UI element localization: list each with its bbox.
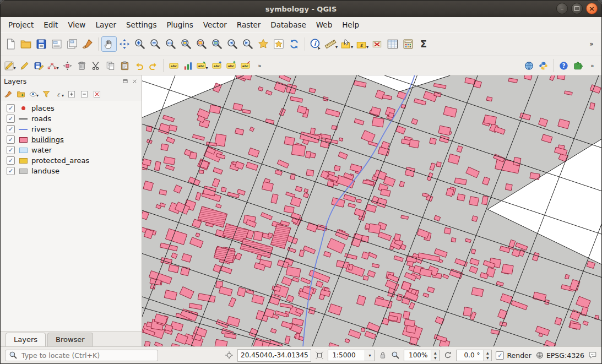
magnifier-spinbox[interactable]: 100% ▲▼ <box>404 350 440 361</box>
menu-settings[interactable]: Settings <box>121 19 161 31</box>
zoom-next[interactable] <box>240 36 256 52</box>
open-attribute-table[interactable] <box>385 36 400 52</box>
filter-by-expression[interactable]: ε▾ <box>53 89 64 100</box>
layer-checkbox[interactable]: ✓ <box>7 125 15 133</box>
manage-map-themes[interactable]: ▾ <box>28 89 39 100</box>
layer-checkbox[interactable]: ✓ <box>7 115 15 123</box>
menu-web[interactable]: Web <box>311 19 337 31</box>
measure[interactable]: ▾ <box>323 36 339 52</box>
move-feature[interactable] <box>60 58 74 73</box>
map-canvas[interactable] <box>142 75 601 346</box>
menu-view[interactable]: View <box>63 19 90 31</box>
chevron-down-icon[interactable]: ▾ <box>351 45 353 51</box>
layer-checkbox[interactable]: ✓ <box>7 104 15 112</box>
render-toggle[interactable]: ✓ Render <box>496 351 532 360</box>
close-button[interactable]: × <box>586 3 598 14</box>
search-input[interactable] <box>20 351 154 360</box>
zoom-in[interactable] <box>132 36 148 52</box>
toolbar-extension[interactable]: » <box>584 36 599 52</box>
move-label[interactable]: abc <box>224 58 238 73</box>
chevron-down-icon[interactable]: ▾ <box>365 350 374 361</box>
chevron-down-icon[interactable]: ▾ <box>56 66 58 72</box>
layer-checkbox[interactable]: ✓ <box>7 167 15 175</box>
open-project[interactable] <box>18 36 34 52</box>
toggle-editing[interactable] <box>17 58 31 73</box>
menu-edit[interactable]: Edit <box>39 19 63 31</box>
layer-checkbox[interactable]: ✓ <box>7 135 15 144</box>
label-toolbar-extension[interactable]: » <box>252 58 267 73</box>
tab-browser[interactable]: Browser <box>47 333 93 346</box>
new-project[interactable] <box>3 36 18 52</box>
spinner-arrows[interactable]: ▲▼ <box>483 350 491 361</box>
menu-database[interactable]: Database <box>265 19 311 31</box>
style-manager[interactable] <box>80 36 95 52</box>
panel-close-icon[interactable] <box>131 78 138 85</box>
statistical-summary[interactable]: Σ <box>416 36 431 52</box>
scale-combo[interactable]: 1:5000 ▾ <box>328 350 375 361</box>
chevron-down-icon[interactable]: ▾ <box>366 45 368 51</box>
identify-features[interactable]: i <box>308 36 323 52</box>
chevron-down-icon[interactable]: ▾ <box>36 93 39 100</box>
menu-raster[interactable]: Raster <box>232 19 266 31</box>
layer-diagram[interactable] <box>181 58 195 73</box>
menu-plugins[interactable]: Plugins <box>161 19 198 31</box>
zoom-out[interactable] <box>148 36 163 52</box>
locator-search[interactable] <box>5 350 158 361</box>
open-layer-styling[interactable] <box>3 89 14 100</box>
metasearch[interactable] <box>522 58 536 73</box>
layer-item-buildings[interactable]: ✓buildings <box>1 134 142 145</box>
chevron-down-icon[interactable]: ▾ <box>335 45 338 51</box>
tab-layers[interactable]: Layers <box>6 333 46 346</box>
current-edits[interactable]: ▾ <box>3 58 17 73</box>
layer-item-protected_areas[interactable]: ✓protected_areas <box>1 155 142 166</box>
zoom-full[interactable] <box>178 36 194 52</box>
remove-layer[interactable] <box>91 89 102 100</box>
zoom-to-selection[interactable] <box>194 36 209 52</box>
new-bookmark[interactable] <box>256 36 271 52</box>
layer-item-landuse[interactable]: ✓landuse <box>1 166 142 176</box>
zoom-native[interactable]: 1:1 <box>163 36 178 52</box>
show-layout-manager[interactable] <box>64 36 80 52</box>
coordinate-input[interactable] <box>237 349 311 362</box>
pan-map[interactable] <box>101 36 117 52</box>
redo[interactable] <box>146 58 160 73</box>
titlebar[interactable]: symbology - QGIS – × <box>1 1 601 17</box>
copy-features[interactable] <box>103 58 117 73</box>
undo[interactable] <box>132 58 146 73</box>
field-calculator[interactable] <box>400 36 416 52</box>
layer-item-water[interactable]: ✓water <box>1 145 142 155</box>
add-group[interactable] <box>15 89 26 100</box>
chevron-down-icon[interactable]: ▾ <box>205 66 208 72</box>
chevron-down-icon[interactable]: ▾ <box>13 66 15 72</box>
menu-help[interactable]: Help <box>337 19 364 31</box>
lock-scale-icon[interactable] <box>378 351 387 360</box>
save-layer-edits[interactable] <box>31 58 46 73</box>
render-checkbox[interactable]: ✓ <box>496 351 504 360</box>
menu-layer[interactable]: Layer <box>90 19 121 31</box>
select-by-expression[interactable]: ε▾ <box>354 36 370 52</box>
layer-labeling[interactable]: abc <box>166 58 181 73</box>
pan-to-selection[interactable] <box>117 36 132 52</box>
maximize-button[interactable] <box>571 3 583 14</box>
layer-checkbox[interactable]: ✓ <box>7 146 15 154</box>
help-contents[interactable]: ? <box>556 58 571 73</box>
layer-item-places[interactable]: ✓places <box>1 103 142 113</box>
rotation-spinbox[interactable]: 0.0 ° ▲▼ <box>456 350 492 361</box>
extents-icon[interactable] <box>315 351 324 360</box>
layer-item-rivers[interactable]: ✓rivers <box>1 124 142 134</box>
zoom-to-layer[interactable] <box>209 36 225 52</box>
expand-all[interactable] <box>66 89 77 100</box>
collapse-all[interactable] <box>79 89 90 100</box>
cut-features[interactable] <box>89 58 103 73</box>
minimize-button[interactable]: – <box>556 3 568 14</box>
show-bookmarks[interactable] <box>271 36 286 52</box>
save-project[interactable] <box>34 36 49 52</box>
layer-item-roads[interactable]: ✓roads <box>1 113 142 124</box>
crs-display[interactable]: EPSG:4326 <box>535 351 584 360</box>
menu-vector[interactable]: Vector <box>198 19 232 31</box>
menu-project[interactable]: Project <box>3 19 39 31</box>
change-label[interactable]: abc <box>238 58 252 73</box>
messages-icon[interactable] <box>588 351 597 360</box>
new-print-layout[interactable] <box>49 36 64 52</box>
select-features[interactable]: ▾ <box>339 36 354 52</box>
